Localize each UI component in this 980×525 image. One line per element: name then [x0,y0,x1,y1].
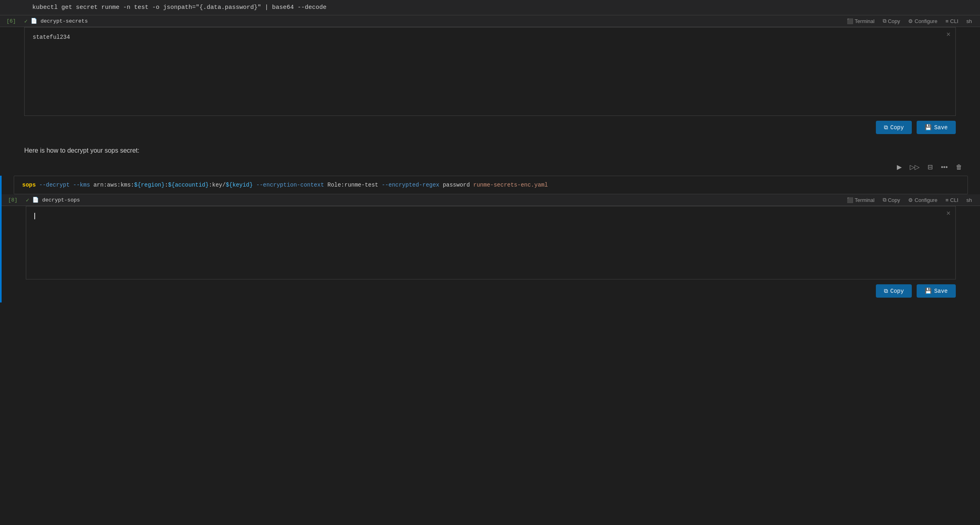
cell-6-file-icon: 📄 [31,18,37,24]
sops-password-value: password [443,182,470,188]
run-btn[interactable]: ▶ [895,162,903,172]
cell-6-cli-btn[interactable]: ≡ CLI [944,17,960,25]
cell-8-close-btn[interactable]: × [946,210,951,217]
save-action-label-2: Save [934,288,948,294]
cell-8-output-wrapper: × [26,206,956,279]
sh-label-2: sh [966,197,972,203]
cell-8-toolbar: [8] ✓ 📄 decrypt-sops ⬛ Terminal ⧉ Copy [2,194,980,206]
sops-arn-prefix: arn:aws:kms: [93,182,134,188]
cli-label: CLI [950,18,958,24]
cell-8-save-action-btn[interactable]: 💾 Save [917,284,956,298]
sops-region-var: ${region} [134,182,165,188]
sops-accountid-var: ${accountid} [168,182,209,188]
copy-action-icon: ⧉ [884,124,888,131]
split-btn[interactable]: ⊟ [926,162,934,172]
cell-6-sh-btn[interactable]: sh [965,17,974,25]
cli-icon: ≡ [945,18,949,24]
configure-icon: ⚙ [908,18,913,24]
run-all-btn[interactable]: ▷▷ [908,162,921,172]
configure-label: Configure [915,18,937,24]
prose-section: Here is how to decrypt your sops secret: [0,139,980,158]
copy-action-label: Copy [890,124,904,131]
copy-icon-2: ⧉ [883,197,886,203]
sops-enc-regex-flag: --encrypted-regex [382,182,440,188]
cell-8-content: sops --decrypt --kms arn:aws:kms:${regio… [2,176,980,302]
command-bar: kubectl get secret runme -n test -o json… [0,0,980,15]
copy-icon: ⧉ [883,18,886,24]
cell-8-copy-btn[interactable]: ⧉ Copy [881,196,902,204]
cell-6-actions: ⬛ Terminal ⧉ Copy ⚙ Configure ≡ CLI sh [845,17,974,25]
cell-6-output: stateful234 × [24,27,956,116]
cli-label-2: CLI [950,197,958,203]
sops-kms-flag: --kms [73,182,90,188]
cell-8-sh-btn[interactable]: sh [965,196,974,204]
cell-6-copy-btn[interactable]: ⧉ Copy [881,17,902,25]
cell-8-copy-action-btn[interactable]: ⧉ Copy [876,284,912,298]
delete-btn[interactable]: 🗑 [954,162,964,172]
sops-cmd: sops [22,182,36,188]
sops-enc-ctx-flag: --encryption-context [256,182,324,188]
sops-key-path: :key/ [209,182,226,188]
terminal-label: Terminal [855,18,875,24]
cell-8-terminal-btn[interactable]: ⬛ Terminal [845,196,876,204]
sops-decrypt-flag: --decrypt [39,182,70,188]
sh-label: sh [966,18,972,24]
copy-label: Copy [888,18,900,24]
cell-6-action-buttons: ⧉ Copy 💾 Save [0,116,980,139]
cell-8-code: sops --decrypt --kms arn:aws:kms:${regio… [14,176,968,194]
copy-label-2: Copy [888,197,900,203]
exec-controls: ▶ ▷▷ ⊟ ••• 🗑 [0,158,980,176]
cell-8-actions: ⬛ Terminal ⧉ Copy ⚙ Configure ≡ [845,196,974,204]
cell-6-copy-action-btn[interactable]: ⧉ Copy [876,121,912,134]
cell-6-number: [6] [6,18,21,24]
configure-icon-2: ⚙ [908,197,913,203]
sops-filename: runme-secrets-enc.yaml [473,182,548,188]
bottom-section: ▶ ▷▷ ⊟ ••• 🗑 sops --decrypt --kms arn:aw… [0,158,980,302]
save-action-label: Save [934,124,948,131]
copy-action-label-2: Copy [890,288,904,294]
prose-text: Here is how to decrypt your sops secret: [24,147,139,154]
save-action-icon: 💾 [925,124,932,131]
cursor [34,213,35,219]
cell-8-action-buttons: ⧉ Copy 💾 Save [2,279,980,302]
page-container: kubectl get secret runme -n test -o json… [0,0,980,525]
cmd-kubectl: kubectl get secret runme -n test -o json… [32,4,327,11]
sops-keyid-var: ${keyid} [226,182,253,188]
terminal-icon-2: ⬛ [847,197,853,203]
cell-6-configure-btn[interactable]: ⚙ Configure [907,17,939,25]
terminal-icon: ⬛ [847,18,853,24]
cell-8-cli-btn[interactable]: ≡ CLI [944,196,960,204]
cell-8-number: [8] [8,197,23,203]
save-action-icon-2: 💾 [925,288,932,294]
cell-8-file-icon: 📄 [32,197,39,203]
sops-role-value: Role:runme-test [327,182,378,188]
cell-6-check: ✓ [24,18,27,25]
cell-8-name: decrypt-sops [42,197,842,203]
cell-8-check: ✓ [26,197,29,204]
cli-icon-2: ≡ [945,197,949,203]
copy-action-icon-2: ⧉ [884,288,888,294]
cell-6-close-btn[interactable]: × [946,31,951,38]
cell-6-save-action-btn[interactable]: 💾 Save [917,121,956,134]
cell-8-row: sops --decrypt --kms arn:aws:kms:${regio… [0,176,980,302]
cell-6-output-text: stateful234 [33,34,947,40]
terminal-label-2: Terminal [855,197,875,203]
cell-6-toolbar: [6] ✓ 📄 decrypt-secrets ⬛ Terminal ⧉ Cop… [0,15,980,27]
cell-8-configure-btn[interactable]: ⚙ Configure [907,196,939,204]
cell-8-output[interactable]: × [26,206,955,279]
top-section: kubectl get secret runme -n test -o json… [0,0,980,139]
configure-label-2: Configure [915,197,937,203]
more-btn[interactable]: ••• [939,162,949,172]
cell-6-terminal-btn[interactable]: ⬛ Terminal [845,17,876,25]
cell-6-name: decrypt-secrets [40,18,842,24]
